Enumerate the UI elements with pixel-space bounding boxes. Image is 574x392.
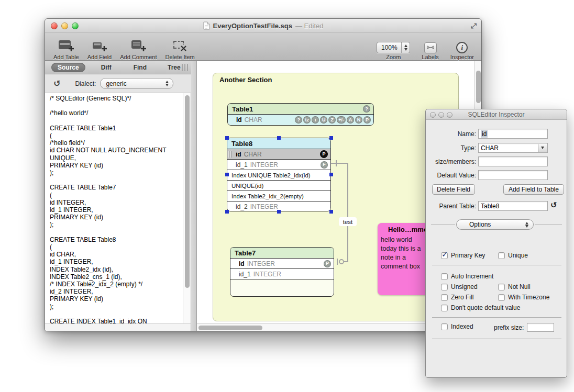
source-vertical-scroll-thumb[interactable] [185,95,190,288]
inspector-titlebar[interactable]: SQLEditor Inspector [426,109,567,120]
field-type: INTEGER [250,161,278,169]
relation-label[interactable]: test [339,217,357,226]
type-dropdown[interactable]: CHAR [478,143,548,153]
titlebar[interactable]: EveryOptionTestFile.sqs — Edited ⤢ [45,19,481,33]
add-field-to-table-button[interactable]: Add Field to Table [503,184,564,195]
table8-row-unique[interactable]: UNIQUE(id) [227,181,330,191]
default-value-field[interactable] [478,170,548,180]
zoom-window-button[interactable] [72,23,79,29]
name-field[interactable]: id [478,129,548,139]
zero-fill-checkbox[interactable]: Zero Fill [441,294,473,301]
delete-item-icon [172,39,189,53]
fullscreen-icon[interactable]: ⤢ [471,21,477,30]
tab-diff[interactable]: Diff [95,63,118,72]
unsigned-checkbox[interactable]: Unsigned [441,283,478,290]
canvas-vertical-scroll-thumb[interactable] [476,71,481,103]
table8-row-index-unique[interactable]: Index UNIQUE Table2_idx(id) [227,170,330,181]
inspector-toggle-button[interactable]: i Inspector [448,34,476,60]
dialect-label: Dialect: [75,80,96,87]
checkbox[interactable] [498,294,505,301]
table1-badges: ? tz i U Z +/- A N P [295,116,371,124]
revert-parent-icon[interactable]: ↺ [550,200,557,210]
table1[interactable]: Table1 ? id CHAR ? tz i U Z +/- A N [227,103,374,126]
pane-grip-handle[interactable] [182,64,188,71]
zoom-stepper[interactable] [401,42,410,53]
primary-key-checkbox[interactable]: ✓ Primary Key [441,252,485,259]
table7-row-id1[interactable]: id_1 INTEGER [230,269,334,279]
selection-handle-nw[interactable] [225,136,229,140]
prefix-size-field[interactable] [527,323,554,332]
table8-row-id1[interactable]: id_1 INTEGER F [227,160,330,170]
field-type: INTEGER [250,203,278,210]
refresh-icon[interactable]: ↻ [53,79,60,88]
selection-handle-n[interactable] [277,136,281,140]
dialect-select[interactable]: generic [100,78,173,89]
table7-row-id[interactable]: id INTEGER P [230,259,334,269]
selection-handle-sw[interactable] [225,210,229,214]
not-null-label: Not Null [508,283,531,290]
not-null-checkbox[interactable]: Not Null [498,283,531,290]
checkbox[interactable] [441,305,448,311]
close-button[interactable] [51,23,58,29]
tab-source[interactable]: Source [51,63,85,72]
source-vertical-scrollbar[interactable] [183,93,191,323]
selection-handle-ne[interactable] [329,136,333,140]
table1-help-badge: ? [363,105,370,113]
document-proxy-icon[interactable] [203,21,210,30]
indexed-label: Indexed [451,323,473,330]
table8-row-id[interactable]: id CHAR P [227,149,330,160]
dont-quote-checkbox[interactable]: Don't quote default value [441,304,520,311]
delete-item-button[interactable]: Delete Item [163,34,197,60]
pane-divider[interactable] [191,61,197,331]
field-name: id [239,260,245,267]
add-field-icon [91,39,108,53]
table8-title: Table8 [231,140,252,148]
source-editor[interactable]: /* SQLEditor (Generic SQL)*/ /*hello wor… [45,93,191,323]
source-code-text[interactable]: /* SQLEditor (Generic SQL)*/ /*hello wor… [50,95,182,323]
add-field-button[interactable]: Add Field [85,34,114,60]
indexed-badge: i [312,116,319,124]
selection-handle-w[interactable] [225,173,229,176]
table7[interactable]: Table7 id INTEGER P id_1 INTEGER [230,247,334,297]
checkbox[interactable] [441,294,448,301]
checkbox[interactable] [441,323,448,330]
with-timezone-checkbox[interactable]: With Timezone [498,294,549,301]
table7-title: Table7 [235,249,256,257]
selection-handle-e[interactable] [329,173,333,176]
table1-row-id[interactable]: id CHAR ? tz i U Z +/- A N P [228,115,373,125]
checkbox[interactable] [441,273,448,280]
size-members-field[interactable] [478,156,548,166]
checkbox[interactable] [498,284,505,290]
delete-field-button[interactable]: Delete Field [432,184,475,195]
table8[interactable]: Table8 id CHAR P id_1 INTEGER F Index UN… [227,138,331,211]
table1-header[interactable]: Table1 ? [228,104,373,115]
checkbox-checked[interactable]: ✓ [441,252,448,259]
inspector-window-buttons[interactable] [430,112,452,118]
labels-button[interactable]: Labels [420,34,440,60]
with-timezone-label: With Timezone [508,294,549,301]
add-comment-button[interactable]: Add Comment [118,34,159,60]
options-popup[interactable]: Options [456,219,534,230]
selection-handle-se[interactable] [329,210,333,214]
unique-checkbox[interactable]: Unique [498,252,528,259]
primary-key-badge: P [324,260,331,267]
add-table-button[interactable]: Add Table [51,34,81,60]
sidebar-tabbar: Source Diff Find Tree [45,61,191,74]
auto-increment-checkbox[interactable]: Auto Increment [441,273,493,280]
checkbox[interactable] [498,252,505,259]
table7-header[interactable]: Table7 [230,248,334,259]
checkbox[interactable] [441,284,448,290]
options-popup-label: Options [469,221,491,228]
canvas-horizontal-scroll-thumb[interactable] [198,326,262,330]
indexed-checkbox[interactable]: Indexed [441,323,473,330]
selection-handle-s[interactable] [277,210,281,214]
minimize-button[interactable] [61,23,68,29]
add-field-label: Add Field to Table [509,186,559,193]
unsigned-label: Unsigned [451,283,478,290]
table8-header[interactable]: Table8 [227,138,330,149]
tab-find[interactable]: Find [127,63,153,72]
parent-table-field[interactable]: Table8 [478,201,548,211]
table8-row-index2[interactable]: Index Table2_idx_2(empty) [227,191,330,201]
source-horizontal-scrollbar[interactable] [45,323,191,331]
row-drag-handle[interactable] [228,151,231,158]
